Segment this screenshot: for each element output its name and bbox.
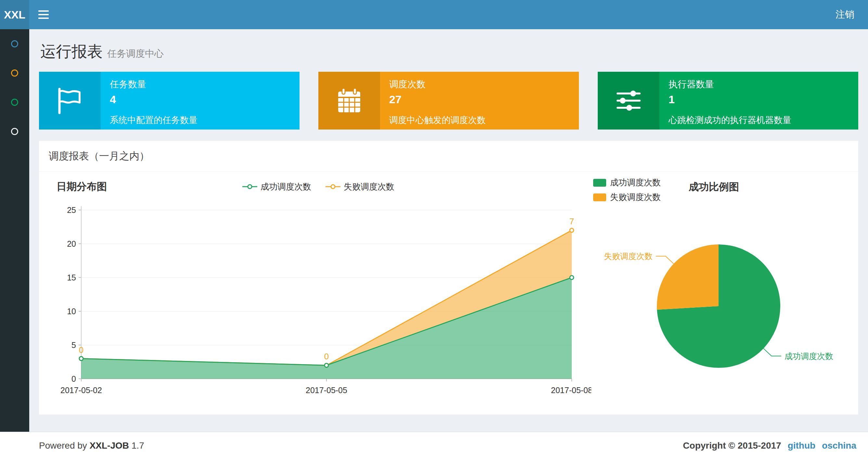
- info-box-body: 调度次数 27 调度中心触发的调度次数: [380, 72, 579, 130]
- legend-swatch: [593, 194, 606, 201]
- info-box-title: 任务数量: [110, 78, 290, 91]
- panel-title: 调度报表（一月之内）: [39, 141, 858, 172]
- calendar-icon: [318, 72, 380, 130]
- product-version: 1.7: [131, 440, 144, 451]
- github-link[interactable]: github: [788, 440, 816, 451]
- info-box-description: 心跳检测成功的执行器机器数量: [669, 114, 849, 126]
- content-area: 运行报表任务调度中心 任务数量 4 系统中配置的任务数量: [29, 29, 868, 432]
- page-title: 运行报表: [40, 43, 103, 60]
- info-box-value: 4: [110, 93, 290, 106]
- footer: Powered by XXL-JOB 1.7 Copyright © 2015-…: [0, 432, 868, 459]
- legend-label: 失败调度次数: [610, 192, 661, 203]
- svg-text:2017-05-05: 2017-05-05: [306, 386, 347, 395]
- oschina-link[interactable]: oschina: [822, 440, 856, 451]
- legend-item-success[interactable]: 成功调度次数: [593, 177, 661, 188]
- info-box-title: 执行器数量: [669, 78, 849, 91]
- line-chart-section: 日期分布图 成功调度次数: [45, 176, 591, 406]
- info-box-title: 调度次数: [389, 78, 570, 91]
- line-chart-title: 日期分布图: [57, 180, 107, 194]
- line-marker-icon: [326, 184, 340, 190]
- info-box-executors: 执行器数量 1 心跳检测成功的执行器机器数量: [598, 72, 858, 130]
- circle-icon: [11, 69, 18, 76]
- menu-toggle-button[interactable]: [29, 0, 58, 29]
- pie-chart-legend: 成功调度次数 失败调度次数: [593, 177, 661, 203]
- date-distribution-chart[interactable]: 05101520252017-05-022017-05-052017-05-08…: [45, 197, 591, 405]
- svg-text:失败调度次数: 失败调度次数: [604, 252, 653, 261]
- svg-text:0: 0: [79, 345, 84, 355]
- legend-swatch: [593, 179, 606, 187]
- flag-icon: [39, 72, 101, 130]
- svg-text:0: 0: [324, 352, 329, 361]
- svg-text:0: 0: [71, 374, 76, 383]
- info-box-body: 执行器数量 1 心跳检测成功的执行器机器数量: [659, 72, 858, 130]
- line-chart-head: 日期分布图 成功调度次数: [45, 176, 591, 197]
- pie-chart-section: 成功调度次数 失败调度次数 成功比例图 成功调度次数失败调度次数: [591, 176, 855, 406]
- sidebar-item-2[interactable]: [0, 59, 29, 88]
- info-box-body: 任务数量 4 系统中配置的任务数量: [101, 72, 300, 130]
- info-box-description: 调度中心触发的调度次数: [389, 114, 570, 126]
- product-name: XXL-JOB: [90, 440, 129, 451]
- legend-label: 成功调度次数: [260, 181, 311, 193]
- legend-label: 失败调度次数: [344, 181, 394, 193]
- legend-item-fail[interactable]: 失败调度次数: [593, 192, 661, 203]
- legend-item-fail[interactable]: 失败调度次数: [326, 181, 394, 193]
- page-header: 运行报表任务调度中心: [39, 41, 858, 62]
- svg-text:2017-05-02: 2017-05-02: [60, 386, 102, 395]
- summary-boxes: 任务数量 4 系统中配置的任务数量: [39, 72, 858, 130]
- svg-text:2017-05-08: 2017-05-08: [551, 386, 591, 395]
- report-panel: 调度报表（一月之内） 日期分布图 成功调度次: [39, 141, 858, 415]
- info-box-description: 系统中配置的任务数量: [110, 114, 290, 126]
- info-box-triggers: 调度次数 27 调度中心触发的调度次数: [318, 72, 579, 130]
- sidebar-item-1[interactable]: [0, 29, 29, 59]
- page-subtitle: 任务调度中心: [107, 48, 164, 59]
- top-navbar: XXL 注销: [0, 0, 868, 29]
- xxl-job-dashboard: XXL 注销 运行报表任务调度中心: [0, 0, 868, 459]
- svg-text:20: 20: [67, 239, 76, 248]
- sidebar-item-4[interactable]: [0, 117, 29, 146]
- circle-icon: [11, 40, 18, 47]
- footer-right: Copyright © 2015-2017 github oschina: [683, 440, 856, 451]
- copyright: Copyright © 2015-2017: [683, 440, 781, 451]
- panel-body: 日期分布图 成功调度次数: [39, 172, 858, 415]
- svg-text:10: 10: [67, 307, 76, 316]
- success-ratio-pie-chart[interactable]: 成功调度次数失败调度次数: [591, 176, 855, 403]
- legend-item-success[interactable]: 成功调度次数: [242, 181, 311, 193]
- legend-label: 成功调度次数: [610, 177, 661, 188]
- info-box-jobs: 任务数量 4 系统中配置的任务数量: [39, 72, 300, 130]
- app-logo[interactable]: XXL: [0, 0, 29, 29]
- powered-prefix: Powered by: [39, 440, 87, 451]
- main-area: 运行报表任务调度中心 任务数量 4 系统中配置的任务数量: [0, 29, 868, 432]
- info-box-value: 27: [389, 93, 570, 106]
- hamburger-icon: [38, 10, 49, 19]
- svg-text:5: 5: [71, 340, 76, 350]
- line-marker-icon: [242, 184, 257, 190]
- info-box-value: 1: [669, 93, 849, 106]
- circle-icon: [11, 128, 18, 135]
- circle-icon: [11, 99, 18, 106]
- sliders-icon: [598, 72, 659, 130]
- svg-text:25: 25: [67, 205, 76, 215]
- logout-link[interactable]: 注销: [822, 8, 868, 21]
- svg-text:15: 15: [67, 273, 76, 282]
- navbar-right: 注销: [822, 0, 868, 29]
- sidebar-item-3[interactable]: [0, 88, 29, 117]
- pie-chart-title: 成功比例图: [689, 180, 739, 194]
- line-chart-legend: 成功调度次数 失败调度次数: [45, 181, 591, 193]
- powered-by: Powered by XXL-JOB 1.7: [39, 440, 144, 451]
- svg-text:成功调度次数: 成功调度次数: [784, 352, 833, 361]
- svg-text:7: 7: [569, 217, 574, 226]
- sidebar: [0, 29, 29, 432]
